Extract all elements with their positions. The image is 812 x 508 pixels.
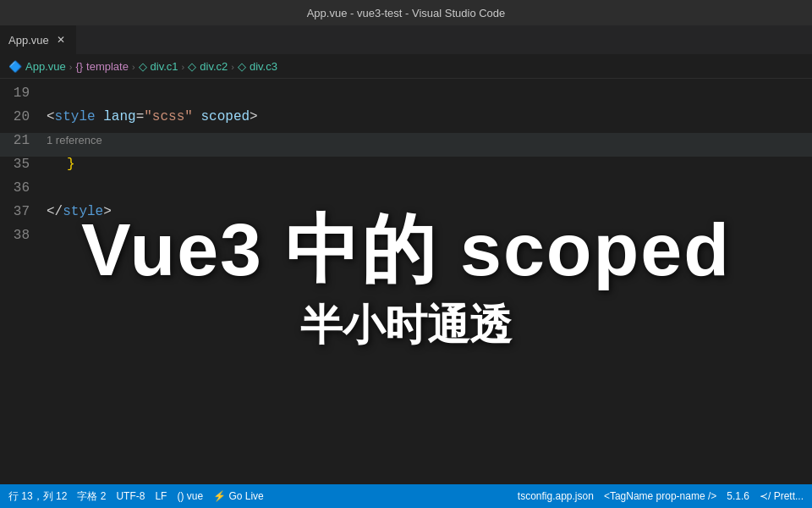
breadcrumb-sep-3: ›	[182, 62, 185, 72]
editor-area[interactable]: 19 20 <style lang="scss" scoped> 21 1 re…	[0, 79, 812, 484]
breadcrumb-div-c3-icon: ◇	[238, 60, 246, 73]
breadcrumb-div-c2-icon: ◇	[188, 60, 196, 73]
editor-tab[interactable]: App.vue ✕	[0, 25, 77, 54]
status-tagname[interactable]: <TagName prop-name />	[604, 490, 716, 502]
reference-hint: 1 reference	[47, 134, 102, 146]
editor-line-35: 35 }	[0, 157, 812, 180]
status-encoding[interactable]: UTF-8	[116, 490, 145, 502]
overlay-subtitle: 半小时通透	[300, 297, 512, 354]
status-tsconfig[interactable]: tsconfig.app.json	[518, 490, 594, 502]
tab-filename: App.vue	[8, 34, 49, 47]
line-content-35: }	[47, 157, 75, 172]
breadcrumb-template-label: template	[86, 60, 129, 73]
breadcrumb-div-c3-label: div.c3	[250, 60, 277, 73]
line-number-19: 19	[0, 86, 47, 101]
status-right-group: tsconfig.app.json <TagName prop-name /> …	[518, 490, 804, 502]
tab-close-button[interactable]: ✕	[54, 33, 68, 47]
line-content-21: 1 reference	[47, 134, 102, 146]
status-bar: 行 13，列 12 字格 2 UTF-8 LF () vue ⚡ Go Live…	[0, 484, 812, 508]
line-number-20: 20	[0, 109, 47, 124]
token-style-close: style	[63, 204, 103, 219]
token-lang-val: "scss"	[144, 109, 193, 124]
breadcrumb-template[interactable]: {} template	[75, 60, 129, 73]
editor-line-21: 21 1 reference	[0, 133, 812, 157]
status-line-ending[interactable]: LF	[155, 490, 167, 502]
window-title: App.vue - vue3-test - Visual Studio Code	[307, 7, 506, 19]
breadcrumb-div-c1-label: div.c1	[151, 60, 178, 73]
editor-line-19: 19	[0, 86, 812, 109]
line-content-37: </style>	[47, 204, 112, 219]
line-number-37: 37	[0, 204, 47, 219]
breadcrumb-div-c1[interactable]: ◇ div.c1	[139, 60, 178, 73]
title-bar: App.vue - vue3-test - Visual Studio Code	[0, 0, 812, 25]
status-version[interactable]: 5.1.6	[727, 490, 749, 502]
line-number-36: 36	[0, 180, 47, 196]
breadcrumb-template-icon: {}	[75, 60, 83, 73]
breadcrumb-file-name[interactable]: App.vue	[25, 60, 66, 73]
breadcrumb-file-icon: 🔷	[8, 60, 22, 73]
editor-line-38: 38	[0, 228, 812, 251]
status-position[interactable]: 行 13，列 12	[8, 489, 67, 504]
line-number-38: 38	[0, 228, 47, 243]
editor-line-36: 36	[0, 180, 812, 204]
breadcrumb-sep-2: ›	[132, 62, 135, 72]
token-lt: <	[47, 109, 55, 124]
editor-line-37: 37 </style>	[0, 204, 812, 228]
breadcrumb-div-c3[interactable]: ◇ div.c3	[238, 60, 277, 73]
tab-bar: App.vue ✕	[0, 25, 812, 55]
breadcrumb-sep-4: ›	[231, 62, 234, 72]
breadcrumb-file: 🔷 App.vue	[8, 60, 66, 73]
status-language[interactable]: () vue	[177, 490, 203, 502]
line-number-21: 21	[0, 133, 47, 148]
line-content-20: <style lang="scss" scoped>	[47, 109, 258, 124]
token-style: style	[55, 109, 96, 124]
status-spaces[interactable]: 字格 2	[77, 489, 106, 504]
breadcrumb-div-c1-icon: ◇	[139, 60, 147, 73]
breadcrumb: 🔷 App.vue › {} template › ◇ div.c1 › ◇ d…	[0, 55, 812, 79]
token-scoped: scoped	[200, 109, 250, 124]
token-lang-attr: lang	[103, 109, 135, 124]
status-golive[interactable]: ⚡ Go Live	[213, 490, 264, 502]
breadcrumb-sep-1: ›	[69, 62, 73, 72]
line-number-35: 35	[0, 157, 47, 172]
editor-line-20: 20 <style lang="scss" scoped>	[0, 109, 812, 133]
status-prettier[interactable]: ≺/ Prett...	[760, 490, 804, 502]
breadcrumb-div-c2[interactable]: ◇ div.c2	[188, 60, 228, 73]
token-brace-close: }	[67, 157, 75, 172]
breadcrumb-div-c2-label: div.c2	[200, 60, 228, 73]
